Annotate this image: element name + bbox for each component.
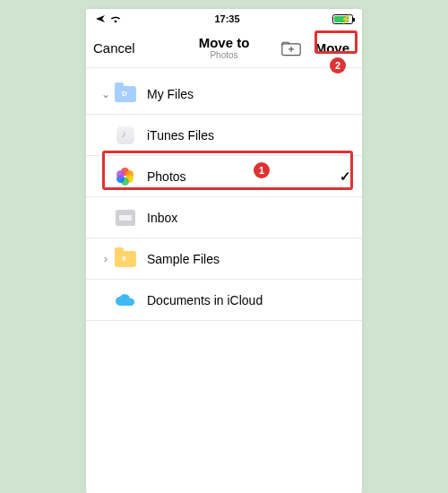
chevron-right-icon[interactable]: › (97, 252, 115, 265)
device-frame: 17:35 ⚡ Cancel Move to Photos Move ⌄ D M… (86, 9, 362, 493)
status-time: 17:35 (214, 13, 239, 24)
new-folder-icon[interactable] (281, 40, 301, 56)
battery-icon: ⚡ (332, 14, 353, 24)
row-label: Inbox (147, 211, 177, 225)
folder-row-sample[interactable]: › 9 Sample Files (86, 238, 362, 280)
row-label: Documents in iCloud (147, 293, 263, 307)
nav-bar: Cancel Move to Photos Move (86, 29, 362, 68)
airplane-mode-icon (95, 13, 106, 24)
folder-row-myfiles[interactable]: ⌄ D My Files (86, 74, 362, 115)
cloud-icon (115, 290, 136, 311)
folder-icon: 9 (115, 248, 136, 270)
folder-icon: D (115, 83, 136, 105)
annotation-badge-1: 1 (254, 162, 270, 178)
folder-row-inbox[interactable]: Inbox (86, 197, 362, 238)
folder-row-itunes[interactable]: iTunes Files (86, 115, 362, 156)
status-bar: 17:35 ⚡ (86, 9, 362, 29)
checkmark-icon: ✓ (340, 169, 351, 185)
move-button[interactable]: Move (310, 38, 355, 58)
row-label: My Files (147, 87, 194, 101)
row-label: Sample Files (147, 252, 220, 266)
folder-row-photos[interactable]: Photos ✓ (86, 156, 362, 197)
itunes-icon (115, 125, 136, 146)
folder-row-icloud[interactable]: Documents in iCloud (86, 280, 362, 321)
cancel-button[interactable]: Cancel (93, 40, 135, 56)
inbox-icon (115, 207, 136, 229)
chevron-down-icon[interactable]: ⌄ (97, 88, 115, 100)
folder-list: ⌄ D My Files iTunes Files Photos (86, 68, 362, 321)
photos-icon (115, 166, 136, 187)
row-label: Photos (147, 169, 186, 184)
nav-title: Move to (199, 36, 250, 51)
nav-subtitle: Photos (199, 50, 250, 60)
wifi-icon (109, 14, 122, 23)
row-label: iTunes Files (147, 128, 214, 143)
annotation-badge-2: 2 (330, 57, 346, 74)
